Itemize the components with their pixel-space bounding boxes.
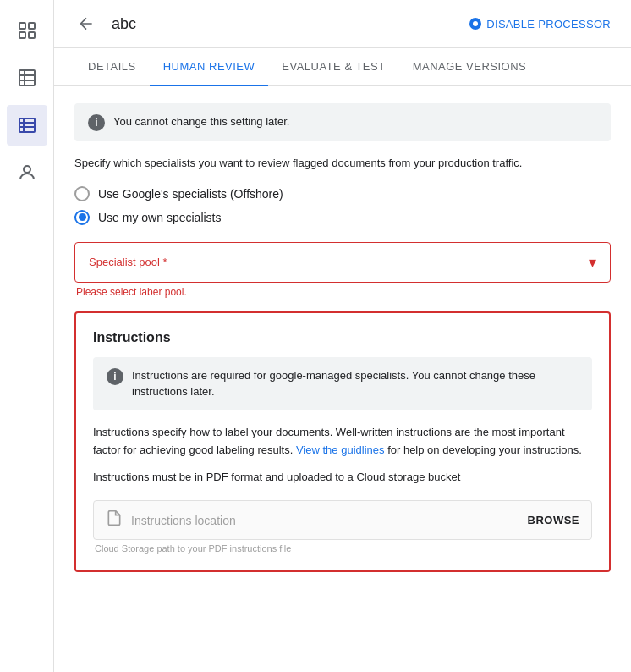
sidebar-item-data[interactable] [7,105,47,146]
info-icon: i [88,114,105,131]
page-title: abc [112,15,456,33]
view-guidelines-link[interactable]: View the guidlines [296,443,385,456]
select-inner: Specialist pool * [89,256,167,268]
disable-processor-button[interactable]: DISABLE PROCESSOR [469,18,611,30]
header: abc DISABLE PROCESSOR [54,0,631,48]
select-error-text: Please select laber pool. [74,286,611,298]
svg-rect-4 [19,70,35,85]
instructions-must-text: Instructions must be in PDF format and u… [93,469,592,487]
tab-human-review[interactable]: HUMAN REVIEW [150,48,269,86]
sidebar-item-table[interactable] [7,58,47,98]
radio-group: Use Google's specialists (Offshore) Use … [74,186,611,225]
info-banner-text: You cannot change this setting later. [113,113,289,130]
dropdown-arrow-icon: ▾ [589,253,596,272]
instructions-info-text: Instructions are required for google-man… [132,367,579,400]
sidebar-item-person[interactable] [7,152,47,193]
radio-circle-own [74,210,90,225]
back-button[interactable] [74,12,98,36]
file-input-left: Instructions location [106,510,519,531]
radio-option-google[interactable]: Use Google's specialists (Offshore) [74,186,611,201]
sidebar-item-grid[interactable] [7,10,47,51]
tab-details[interactable]: DETAILS [74,48,150,86]
page-body: i You cannot change this setting later. … [54,86,631,672]
info-banner: i You cannot change this setting later. [74,103,611,141]
file-hint: Cloud Storage path to your PDF instructi… [93,543,592,554]
svg-rect-0 [19,23,25,29]
file-input-container: Instructions location BROWSE Cloud Stora… [93,500,592,554]
instructions-section: Instructions i Instructions are required… [74,311,611,572]
disable-label: DISABLE PROCESSOR [486,18,611,30]
tab-manage-versions[interactable]: MANAGE VERSIONS [399,48,540,86]
svg-rect-2 [19,32,25,38]
file-icon [106,510,123,531]
svg-rect-8 [19,118,35,132]
svg-point-12 [24,166,30,173]
disable-icon [469,18,481,30]
svg-rect-3 [29,32,35,38]
instructions-title: Instructions [93,330,592,345]
select-label: Specialist pool * [89,256,167,268]
tab-evaluate-test[interactable]: EVALUATE & TEST [268,48,398,86]
svg-rect-1 [29,23,35,29]
file-input-row[interactable]: Instructions location BROWSE [93,500,592,540]
instructions-body-text: Instructions specify how to label your d… [93,424,592,460]
sidebar [0,0,54,672]
main-content: abc DISABLE PROCESSOR DETAILS HUMAN REVI… [54,0,631,672]
radio-circle-google [74,186,90,201]
instructions-info-icon: i [107,368,123,385]
radio-option-own[interactable]: Use my own specialists [74,210,611,225]
description-text: Specify which specialists you want to re… [74,155,611,173]
radio-label-own: Use my own specialists [98,211,222,224]
file-placeholder: Instructions location [131,514,236,527]
instructions-info-banner: i Instructions are required for google-m… [93,357,592,410]
specialist-pool-select[interactable]: Specialist pool * ▾ [74,242,611,283]
tabs-bar: DETAILS HUMAN REVIEW EVALUATE & TEST MAN… [54,48,631,86]
radio-label-google: Use Google's specialists (Offshore) [98,187,283,201]
browse-button[interactable]: BROWSE [528,514,580,526]
